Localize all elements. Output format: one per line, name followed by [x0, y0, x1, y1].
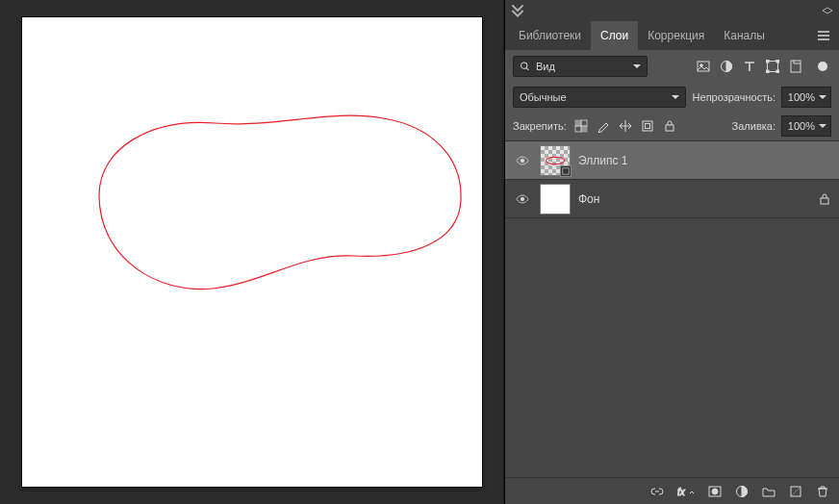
- svg-rect-10: [575, 120, 581, 126]
- search-icon: [520, 60, 530, 73]
- svg-rect-1: [698, 62, 709, 71]
- filter-toggle-indicator[interactable]: [818, 62, 827, 71]
- panel-drag-grip[interactable]: [822, 6, 833, 16]
- filter-adjustment-icon[interactable]: [720, 60, 733, 73]
- lock-artboard-icon[interactable]: [641, 119, 654, 133]
- svg-point-0: [521, 63, 527, 68]
- layer-filter-input[interactable]: [534, 60, 629, 73]
- svg-rect-13: [575, 126, 581, 132]
- svg-rect-8: [776, 70, 779, 73]
- lock-transparency-icon[interactable]: [574, 119, 588, 133]
- layer-name[interactable]: Фон: [578, 192, 810, 206]
- panel-bottom-toolbar: fx: [505, 477, 839, 504]
- fill-input[interactable]: 100%: [781, 115, 831, 137]
- svg-rect-9: [791, 61, 801, 72]
- layer-thumbnail[interactable]: [540, 184, 571, 214]
- shape-ellipse[interactable]: [22, 17, 482, 487]
- layer-filter-select[interactable]: [513, 56, 648, 77]
- fill-value: 100%: [788, 120, 815, 132]
- eye-icon: [516, 192, 529, 206]
- new-adjustment-icon[interactable]: [735, 485, 749, 498]
- svg-point-17: [521, 159, 524, 163]
- svg-point-23: [712, 489, 718, 494]
- svg-rect-6: [776, 60, 779, 63]
- hamburger-icon: [817, 29, 830, 42]
- svg-rect-16: [666, 125, 674, 131]
- chevron-down-icon: [672, 91, 679, 103]
- panel-menu-button[interactable]: [812, 24, 835, 47]
- panel-header: [505, 0, 839, 21]
- svg-rect-12: [581, 120, 587, 126]
- new-layer-icon[interactable]: [789, 485, 802, 498]
- lock-icon: [818, 192, 831, 206]
- document-canvas-area: [0, 0, 504, 504]
- filter-smartobject-icon[interactable]: [789, 60, 802, 73]
- panel-collapse-button[interactable]: [511, 4, 524, 17]
- tab-layers[interactable]: Слои: [591, 21, 638, 50]
- layers-list: Эллипс 1 Фон: [505, 140, 839, 477]
- add-mask-icon[interactable]: [708, 485, 722, 498]
- layers-panel: Библиотеки Слои Коррекция Каналы: [504, 0, 839, 504]
- layer-effects-icon[interactable]: fx: [677, 485, 695, 498]
- svg-rect-15: [645, 124, 649, 129]
- tab-libraries[interactable]: Библиотеки: [509, 21, 591, 50]
- svg-rect-14: [643, 121, 652, 131]
- blend-row: Обычные Непрозрачность: 100%: [505, 83, 839, 112]
- lock-pixels-icon[interactable]: [597, 119, 610, 133]
- lock-all-icon[interactable]: [663, 119, 676, 133]
- filter-type-icon[interactable]: [743, 60, 756, 73]
- chevron-down-icon: [633, 61, 641, 72]
- lock-row: Закрепить: Заливка:: [505, 112, 839, 140]
- lock-label: Закрепить:: [513, 120, 567, 132]
- panel-body: Обычные Непрозрачность: 100% Закрепить:: [505, 50, 839, 504]
- new-group-icon[interactable]: [762, 485, 775, 498]
- fill-label: Заливка:: [732, 120, 775, 132]
- layer-name[interactable]: Эллипс 1: [578, 154, 831, 167]
- opacity-value: 100%: [788, 91, 815, 103]
- chevron-down-icon: [819, 91, 826, 103]
- layer-visibility-toggle[interactable]: [513, 189, 532, 209]
- tab-adjustments[interactable]: Коррекция: [638, 21, 714, 50]
- filter-shape-icon[interactable]: [766, 60, 779, 73]
- eye-icon: [516, 154, 529, 167]
- svg-rect-5: [766, 60, 769, 63]
- opacity-input[interactable]: 100%: [781, 87, 831, 108]
- panel-tabs: Библиотеки Слои Коррекция Каналы: [505, 21, 839, 50]
- blend-mode-value: Обычные: [520, 91, 567, 103]
- lock-position-icon[interactable]: [619, 119, 632, 133]
- svg-rect-11: [581, 126, 587, 132]
- filter-pixel-icon[interactable]: [697, 60, 710, 73]
- chevron-down-icon: [819, 120, 826, 132]
- svg-rect-20: [821, 198, 828, 204]
- layer-visibility-toggle[interactable]: [513, 151, 532, 170]
- layer-thumbnail[interactable]: [540, 145, 571, 176]
- svg-rect-18: [563, 167, 569, 173]
- layer-filter-row: [505, 50, 839, 83]
- opacity-label: Непрозрачность:: [693, 91, 775, 103]
- link-layers-icon[interactable]: [650, 485, 664, 498]
- svg-point-19: [521, 197, 524, 201]
- delete-layer-icon[interactable]: [816, 485, 829, 498]
- tab-channels[interactable]: Каналы: [714, 21, 775, 50]
- layer-row[interactable]: Эллипс 1: [505, 141, 839, 180]
- svg-rect-7: [766, 70, 769, 73]
- blend-mode-select[interactable]: Обычные: [513, 87, 686, 108]
- svg-text:fx: fx: [677, 487, 686, 497]
- document-canvas[interactable]: [22, 17, 482, 487]
- layer-row[interactable]: Фон: [505, 180, 839, 218]
